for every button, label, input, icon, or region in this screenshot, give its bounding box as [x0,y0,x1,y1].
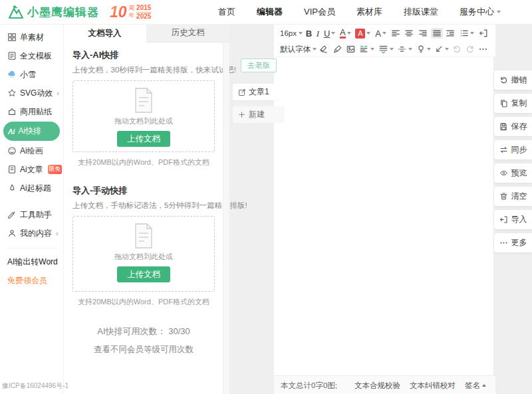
sidebar-item-ai-title[interactable]: Ai起标题 [0,179,63,197]
anniversary-number: 10 [110,5,127,20]
format-support-note: 支持20MB以内的Word、PDF格式的文档 [72,297,215,307]
align-left-button[interactable] [390,28,402,39]
trash-icon [499,192,508,201]
free-vip-link[interactable]: 免费领会员 [0,272,63,288]
panel-scrollbar[interactable] [223,43,229,394]
anniversary-year-to: 2025 [136,13,151,20]
highlight-color-button[interactable]: A [354,28,372,39]
person-icon [7,229,17,238]
align-right-button[interactable] [417,28,429,39]
font-family-select[interactable]: 默认字体 [280,45,317,54]
panel-tabs: 文档导入 历史文档 [63,24,229,43]
import-action-button[interactable]: 导入 [494,210,532,229]
sidebar-item-ai-article[interactable]: Ai文章 限免 [0,160,63,179]
clear-action-button[interactable]: 清空 [494,187,532,206]
editor-canvas[interactable] [274,56,493,375]
snow-cloud-icon [7,70,17,79]
import-icon [499,215,508,224]
document-upload-icon [132,222,156,250]
more-action-button[interactable]: 更多 [494,233,532,252]
signature-toggle[interactable]: 签名 [465,381,486,391]
drop-hint: 拖动文档到此处或 [114,252,173,262]
copy-action-button[interactable]: 复制 [494,94,532,113]
sidebar-item-single-material[interactable]: 单素材 [0,28,63,47]
format-painter-icon[interactable] [331,44,344,54]
editor-toolbar: 16px B I U A A A 默认字体 [274,24,495,57]
anniversary-badge: 10 周 年 2015 2025 [110,5,151,20]
section-title-ai-import: 导入-AI快排 [72,49,215,61]
underline-button[interactable]: U [323,29,336,39]
undo-action-button[interactable]: 撤销 [494,70,532,90]
chevron-right-icon: › [57,89,59,97]
line-height-icon[interactable] [377,44,395,54]
old-version-button[interactable]: 去老版 [241,58,277,72]
app-window: 小墨鹰编辑器 10 周 年 2015 2025 首页 编辑器 VIP会员 素材库… [0,0,532,394]
tab-history-documents[interactable]: 历史文档 [146,24,229,43]
sidebar-item-tools[interactable]: 工具助手 [0,205,63,224]
star-icon [7,88,17,98]
sync-action-button[interactable]: 同步 [494,140,532,159]
save-action-button[interactable]: 保存 [494,117,532,136]
word-count: 本文总计0字0图; [281,381,354,391]
char-spacing-button[interactable]: A [374,29,388,39]
nav-home[interactable]: 首页 [218,6,235,18]
sidebar-item-ai-quick-layout[interactable]: Λi Ai快排 [3,122,60,141]
palette-icon [7,146,17,155]
diagonal-arrow-icon[interactable] [433,44,450,54]
list-button[interactable] [458,28,475,39]
sidebar-item-xiaoxue[interactable]: 小雪 [0,65,63,84]
logo[interactable]: 小墨鹰编辑器 [8,5,99,20]
paragraph-spacing-icon[interactable] [396,44,414,54]
undo-icon [499,76,508,84]
upload-dropzone-ai[interactable]: 拖动文档到此处或 上传文档 [72,80,215,152]
nav-classroom[interactable]: 排版课堂 [404,6,438,18]
sidebar-item-ai-painting[interactable]: Ai绘画 [0,142,63,160]
nav-editor[interactable]: 编辑器 [257,6,283,18]
bold-button[interactable]: B [305,29,313,39]
document-upload-icon [132,86,156,114]
align-center-button[interactable] [403,28,415,39]
header: 小墨鹰编辑器 10 周 年 2015 2025 首页 编辑器 VIP会员 素材库… [0,0,532,25]
nav-service-center[interactable]: 服务中心 [460,6,501,18]
divider [7,248,57,248]
compliance-check-link[interactable]: 文本合规校验 [354,381,400,391]
align-justify-button[interactable] [431,28,443,39]
save-icon [499,122,508,131]
logo-icon [8,5,24,19]
upload-dropzone-manual[interactable]: 拖动文档到此处或 上传文档 [72,216,215,292]
nav-vip[interactable]: VIP会员 [304,6,335,18]
font-color-button[interactable]: A [338,27,352,39]
new-document-button[interactable]: 新建 [233,106,285,123]
grid-icon [7,33,17,42]
indent-button[interactable] [444,28,456,39]
lamp-icon[interactable] [415,44,432,54]
redo-icon[interactable] [464,44,476,54]
font-size-select[interactable]: 16px [280,29,303,37]
upload-document-button[interactable]: 上传文档 [117,131,170,147]
icp-record: 豫ICP备16024496号-1 [2,381,68,391]
tab-document-import[interactable]: 文档导入 [63,24,146,43]
proofread-link[interactable]: 文本纠错校对 [410,381,456,391]
sidebar-item-my-content[interactable]: 我的内容 › [0,224,63,243]
nav-materials[interactable]: 素材库 [356,6,382,18]
sync-icon [499,146,508,154]
sidebar-item-full-template[interactable]: 全文模板 [0,47,63,65]
insert-outdent-button[interactable] [477,28,489,39]
clear-format-icon[interactable] [317,44,330,54]
letter-spacing-icon[interactable] [358,44,376,54]
ai-to-word-link[interactable]: AI输出转Word [0,254,63,270]
undo-icon[interactable] [451,44,463,54]
italic-button[interactable]: I [315,29,321,39]
logo-text: 小墨鹰编辑器 [27,5,99,20]
document-tab[interactable]: 文章1 [233,84,279,100]
sidebar-item-stickers[interactable]: 商用贴纸 [0,102,63,121]
preview-action-button[interactable]: 预览 [494,163,532,183]
upload-document-button[interactable]: 上传文档 [117,266,170,282]
more-icon[interactable] [477,44,489,54]
quota-tiers-link[interactable]: 查看不同会员等级可用次数 [72,344,215,355]
quota-counter: AI快排可用次数： 30/30 [72,326,215,338]
sidebar-item-svg-effects[interactable]: SVG动效 › [0,84,63,102]
anniversary-year-from: 2015 [136,5,151,13]
panel-body: 导入-AI快排 上传文档，30秒得到一篇精美排版，快来试试吧! 拖动文档到此处或… [63,43,229,355]
insert-image-icon[interactable] [344,44,357,54]
